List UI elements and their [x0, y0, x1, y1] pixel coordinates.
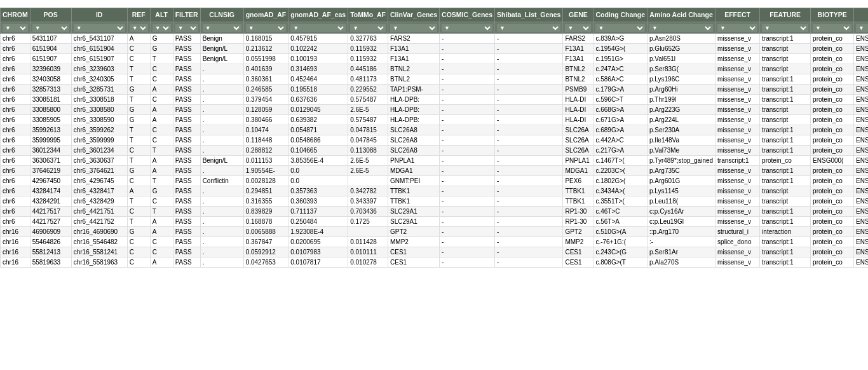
col-header-tommo_af: ToMMo_AF — [348, 8, 388, 22]
col-filter-effect[interactable]: ▼ — [715, 22, 760, 33]
cell-7-2: chr6_3308580 — [71, 104, 127, 114]
cell-16-15: p.Leu118( — [648, 196, 715, 206]
cell-3-12: - — [495, 64, 563, 74]
cell-2-10: F13A1 — [388, 53, 439, 64]
cell-4-4: C — [150, 74, 173, 84]
filter-select-5[interactable]: ▼ — [175, 24, 198, 32]
cell-21-6: . — [200, 247, 243, 257]
cell-19-10: GPT2 — [388, 226, 439, 236]
cell-1-4: G — [150, 43, 173, 53]
cell-6-4: C — [150, 94, 173, 104]
filter-select-16[interactable]: ▼ — [717, 24, 757, 32]
col-filter-filter[interactable]: ▼ — [173, 22, 200, 33]
filter-select-9[interactable]: ▼ — [350, 24, 386, 32]
filter-select-10[interactable]: ▼ — [390, 24, 437, 32]
filter-select-4[interactable]: ▼ — [153, 24, 171, 32]
cell-17-8: 0.711137 — [288, 206, 348, 216]
col-filter-shibata_list_genes[interactable]: ▼ — [495, 22, 563, 33]
filter-select-13[interactable]: ▼ — [565, 24, 591, 32]
cell-20-16: splice_dono — [715, 236, 760, 247]
cell-6-19: ENSG000( — [854, 94, 868, 104]
cell-22-15: p.Ala270S — [648, 257, 715, 267]
cell-6-2: chr6_3308518 — [71, 94, 127, 104]
col-filter-chrom[interactable]: ▼ — [1, 22, 31, 33]
filter-select-3[interactable]: ▼ — [130, 24, 148, 32]
cell-1-17: transcript — [760, 43, 811, 53]
cell-7-9: 2.6E-5 — [348, 104, 388, 114]
col-filter-coding-change[interactable]: ▼ — [593, 22, 648, 33]
cell-0-3: A — [127, 33, 150, 43]
filter-select-1[interactable]: ▼ — [32, 24, 69, 32]
col-filter-clnsig[interactable]: ▼ — [200, 22, 243, 33]
filter-select-8[interactable]: ▼ — [290, 24, 346, 32]
cell-3-9: 0.445186 — [348, 64, 388, 74]
cell-17-6: . — [200, 206, 243, 216]
cell-14-16: missense_v — [715, 175, 760, 186]
cell-14-17: transcript:1 — [760, 175, 811, 186]
col-filter-cosmic_genes[interactable]: ▼ — [440, 22, 495, 33]
col-filter-tommo_af[interactable]: ▼ — [348, 22, 388, 33]
cell-11-0: chr6 — [1, 145, 31, 155]
cell-16-3: T — [127, 196, 150, 206]
cell-21-11: - — [440, 247, 495, 257]
cell-7-16: missense_v — [715, 104, 760, 114]
cell-6-14: c.596C>T — [593, 94, 648, 104]
cell-13-8: 0.0 — [288, 165, 348, 175]
col-filter-pos[interactable]: ▼ — [30, 22, 71, 33]
table-row: chr633085800chr6_3308580GAPASS.0.1280590… — [1, 104, 869, 114]
filter-select-0[interactable]: ▼ — [3, 24, 28, 32]
cell-4-18: protein_co — [811, 74, 854, 84]
col-filter-biotype[interactable]: ▼ — [811, 22, 854, 33]
col-header-gnomad_af: gnomAD_AF — [243, 8, 288, 22]
cell-14-15: p.Arg601G — [648, 175, 715, 186]
filter-select-12[interactable]: ▼ — [497, 24, 560, 32]
cell-14-12: - — [495, 175, 563, 186]
cell-19-18: protein_co — [811, 226, 854, 236]
filter-select-17[interactable]: ▼ — [762, 24, 808, 32]
cell-18-14: c.56T>A — [593, 216, 648, 226]
filter-select-11[interactable]: ▼ — [442, 24, 492, 32]
col-filter-amino-acid-change[interactable]: ▼ — [648, 22, 715, 33]
cell-21-0: chr16 — [1, 247, 31, 257]
cell-5-11: - — [440, 84, 495, 94]
col-filter-id[interactable]: ▼ — [71, 22, 127, 33]
cell-17-10: SLC29A1 — [388, 206, 439, 216]
cell-2-13: F13A1 — [563, 53, 593, 64]
cell-2-0: chr6 — [1, 53, 31, 64]
col-filter-gene[interactable]: ▼ — [563, 22, 593, 33]
col-filter-ref[interactable]: ▼ — [127, 22, 150, 33]
col-filter-clinvar_genes[interactable]: ▼ — [388, 22, 439, 33]
filter-select-14[interactable]: ▼ — [595, 24, 645, 32]
filter-select-2[interactable]: ▼ — [74, 24, 125, 32]
cell-13-1: 37646219 — [30, 165, 71, 175]
col-filter-gnomad_af[interactable]: ▼ — [243, 22, 288, 33]
filter-select-15[interactable]: ▼ — [649, 24, 713, 32]
col-filter-geneid[interactable]: ▼ — [854, 22, 868, 33]
cell-18-13: RP1-30 — [563, 216, 593, 226]
cell-5-1: 32857313 — [30, 84, 71, 94]
cell-13-4: A — [150, 165, 173, 175]
table-row: chr643284291chr6_4328429TCPASS.0.3163550… — [1, 196, 869, 206]
cell-0-0: chr6 — [1, 33, 31, 43]
cell-13-6: . — [200, 165, 243, 175]
cell-18-19: ENSG000( — [854, 216, 868, 226]
filter-select-19[interactable]: ▼ — [856, 24, 868, 32]
filter-select-7[interactable]: ▼ — [246, 24, 287, 32]
cell-16-17: transcript — [760, 196, 811, 206]
main-table-container: CHROMPOSIDREFALTFILTERCLNSIGgnomAD_AFgno… — [0, 8, 868, 268]
col-filter-gnomad_af_eas[interactable]: ▼ — [288, 22, 348, 33]
cell-6-8: 0.637636 — [288, 94, 348, 104]
cell-22-1: 55819633 — [30, 257, 71, 267]
filter-select-6[interactable]: ▼ — [203, 24, 241, 32]
col-filter-feature[interactable]: ▼ — [760, 22, 811, 33]
cell-21-2: chr16_5581241 — [71, 247, 127, 257]
col-filter-alt[interactable]: ▼ — [150, 22, 173, 33]
cell-15-4: G — [150, 186, 173, 196]
filter-select-18[interactable]: ▼ — [813, 24, 851, 32]
cell-14-19: ENSG000( — [854, 175, 868, 186]
cell-9-7: 0.10474 — [243, 125, 288, 135]
cell-16-18: protein_co — [811, 196, 854, 206]
cell-8-7: 0.380466 — [243, 114, 288, 125]
cell-0-10: FARS2 — [388, 33, 439, 43]
cell-10-1: 35999995 — [30, 135, 71, 145]
